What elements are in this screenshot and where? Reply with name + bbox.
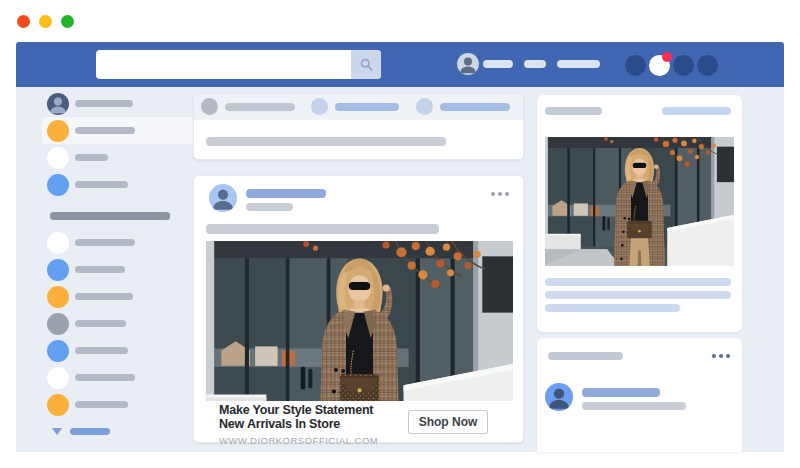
status-dot (47, 147, 69, 169)
placeholder-bar (50, 212, 170, 220)
menu-link-placeholder[interactable] (557, 60, 600, 68)
tab-label-placeholder (225, 103, 295, 111)
maximize-button[interactable] (61, 15, 74, 28)
rail-title-placeholder (545, 107, 602, 115)
composer-tab[interactable] (201, 98, 295, 115)
placeholder-bar (75, 293, 133, 300)
rail-bar-placeholder (545, 304, 680, 312)
ad-display-url: WWW.DIORKORSOFFICIAL.COM (219, 435, 519, 446)
header-nav-buttons (625, 55, 719, 76)
sidebar-item[interactable] (42, 391, 194, 418)
nav-circle-button[interactable] (673, 55, 694, 76)
placeholder-bar (75, 320, 126, 327)
rail-bar-placeholder (545, 278, 731, 286)
placeholder-bar (75, 239, 135, 246)
app-header (16, 42, 784, 87)
left-sidebar (42, 90, 194, 445)
sponsored-post-card: Make Your Style Statement New Arrivals I… (193, 175, 524, 443)
composer-tab[interactable] (416, 98, 510, 115)
status-dot (47, 259, 69, 281)
profile-avatar[interactable] (457, 53, 479, 75)
header-menu-links[interactable] (483, 60, 600, 68)
minimize-button[interactable] (39, 15, 52, 28)
post-text-placeholder (206, 224, 439, 234)
window-controls (17, 15, 74, 28)
composer-tabs (194, 94, 523, 120)
status-dot (47, 286, 69, 308)
placeholder-bar (75, 100, 133, 107)
placeholder-bar (75, 154, 108, 161)
placeholder-bar (75, 374, 135, 381)
post-meta-placeholder (246, 203, 293, 211)
tab-icon (311, 98, 328, 115)
user-avatar (47, 93, 69, 115)
sidebar-item[interactable] (42, 364, 194, 391)
suggestion-title-placeholder (548, 352, 623, 360)
placeholder-bar (70, 428, 110, 435)
sidebar-item[interactable] (42, 283, 194, 310)
suggested-user-avatar[interactable] (545, 383, 573, 411)
sidebar-item[interactable] (42, 337, 194, 364)
right-rail-suggestion-card (537, 338, 742, 452)
placeholder-bar (75, 127, 135, 134)
right-rail-ad-card (537, 95, 742, 332)
shop-now-button[interactable]: Shop Now (408, 410, 488, 434)
nav-circle-button[interactable] (625, 55, 646, 76)
tab-label-placeholder (440, 103, 510, 111)
sidebar-item[interactable] (42, 171, 194, 198)
search-icon[interactable] (351, 50, 381, 79)
notification-badge (662, 52, 672, 62)
status-dot (47, 174, 69, 196)
suggestion-menu-icon[interactable] (712, 354, 730, 358)
sidebar-item[interactable] (42, 310, 194, 337)
nav-circle-button[interactable] (649, 55, 670, 76)
sidebar-item[interactable] (42, 144, 194, 171)
composer-tab[interactable] (311, 98, 399, 115)
rail-link-placeholder[interactable] (662, 107, 731, 115)
rail-ad-image[interactable] (545, 137, 734, 266)
page-content: Make Your Style Statement New Arrivals I… (16, 87, 784, 452)
sidebar-see-more[interactable] (42, 418, 194, 445)
advertiser-name-placeholder[interactable] (246, 189, 326, 198)
status-dot (47, 394, 69, 416)
sidebar-section-heading (42, 202, 194, 229)
status-dot (47, 340, 69, 362)
placeholder-bar (75, 347, 128, 354)
composer-card (193, 93, 524, 160)
tab-label-placeholder (335, 103, 399, 111)
browser-window: Make Your Style Statement New Arrivals I… (0, 0, 800, 468)
status-dot (47, 232, 69, 254)
chevron-down-icon (52, 428, 62, 435)
search-box[interactable] (96, 50, 381, 79)
post-menu-icon[interactable] (491, 192, 509, 196)
suggested-user-name-placeholder[interactable] (582, 388, 660, 397)
sidebar-item[interactable] (42, 256, 194, 283)
search-input[interactable] (96, 50, 351, 79)
tab-icon (416, 98, 433, 115)
sidebar-item[interactable] (42, 229, 194, 256)
status-input-placeholder[interactable] (206, 137, 446, 146)
tab-icon (201, 98, 218, 115)
close-button[interactable] (17, 15, 30, 28)
status-dot (47, 313, 69, 335)
placeholder-bar (75, 181, 128, 188)
ad-image[interactable] (206, 241, 513, 401)
rail-bar-placeholder (545, 291, 731, 299)
placeholder-bar (75, 266, 125, 273)
sidebar-item[interactable] (42, 90, 194, 117)
advertiser-avatar[interactable] (209, 184, 237, 212)
placeholder-bar (75, 401, 128, 408)
status-dot (47, 367, 69, 389)
status-dot (47, 120, 69, 142)
suggested-user-meta-placeholder (582, 402, 686, 410)
menu-link-placeholder[interactable] (524, 60, 546, 68)
nav-circle-button[interactable] (697, 55, 718, 76)
sidebar-item[interactable] (42, 117, 194, 144)
menu-link-placeholder[interactable] (483, 60, 513, 68)
